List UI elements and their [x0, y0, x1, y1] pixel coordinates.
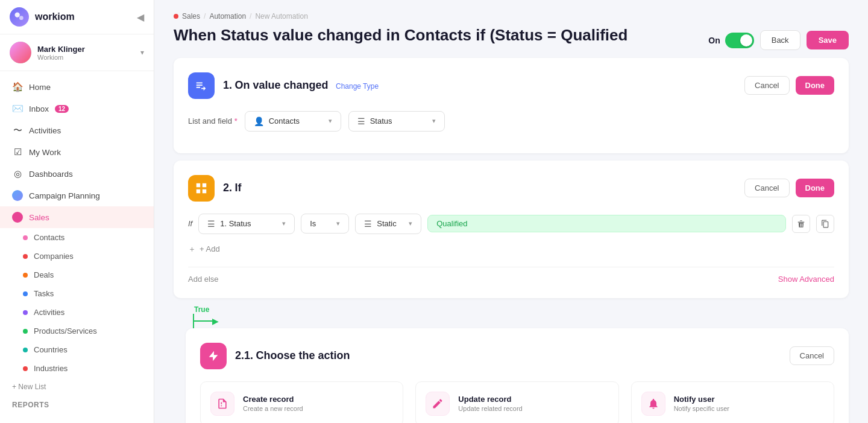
sales-icon: [12, 212, 23, 223]
notify-user-action[interactable]: Notify user Notify specific user: [631, 381, 834, 423]
delete-condition-button[interactable]: [792, 215, 810, 233]
mywork-icon: ☑: [12, 147, 23, 157]
sidebar-item-activities2[interactable]: Activities: [0, 303, 154, 322]
step2-actions: Cancel Done: [744, 179, 834, 197]
toggle-switch[interactable]: [725, 33, 754, 48]
breadcrumb-sep2: /: [250, 12, 251, 21]
countries-dot: [23, 348, 28, 352]
back-button[interactable]: Back: [760, 30, 800, 50]
sidebar-item-dashboards[interactable]: ◎ Dashboards: [0, 163, 154, 185]
create-record-icon: [210, 392, 234, 416]
step2-icon: [188, 175, 215, 202]
sidebar-item-label: Sales: [29, 213, 49, 222]
top-actions: On Back Save: [708, 30, 849, 50]
sidebar: workiom ◀ Mark Klinger Workiom ▾ 🏠 Home …: [0, 0, 154, 423]
step1-done-button[interactable]: Done: [796, 76, 835, 95]
type-select[interactable]: ☰ Static ▾: [355, 214, 421, 234]
create-record-desc: Create a new record: [243, 405, 303, 412]
nav-section: 🏠 Home ✉️ Inbox 12 〜 Activities ☑ My Wor…: [0, 71, 154, 419]
sidebar-item-label: My Work: [29, 148, 61, 157]
step1-cancel-button[interactable]: Cancel: [744, 76, 789, 95]
update-record-action[interactable]: Update record Update related record: [415, 381, 618, 423]
breadcrumb-sales[interactable]: Sales: [182, 12, 200, 21]
sidebar-item-label: Home: [29, 83, 51, 92]
status-select[interactable]: ☰ Status ▾: [348, 111, 445, 132]
user-company: Workiom: [37, 54, 134, 61]
industries-dot: [23, 366, 28, 371]
connector-line-area: True ▶: [193, 305, 219, 328]
companies-dot: [23, 254, 28, 259]
step2-card: 2. If Cancel Done If ☰ 1. Status ▾ Is ▾: [174, 161, 849, 298]
update-record-icon: [426, 392, 450, 416]
sidebar-sub-label: Companies: [34, 252, 74, 261]
show-advanced-button[interactable]: Show Advanced: [778, 275, 834, 284]
if-row: If ☰ 1. Status ▾ Is ▾ ☰ Static ▾ Qualifi…: [188, 214, 834, 234]
sidebar-item-mywork[interactable]: ☑ My Work: [0, 141, 154, 163]
sidebar-header: workiom ◀: [0, 0, 154, 34]
step2-cancel-button[interactable]: Cancel: [744, 179, 789, 197]
sidebar-item-companies[interactable]: Companies: [0, 247, 154, 266]
step21-card: 2.1. Choose the action Cancel Create rec…: [186, 328, 849, 423]
toggle-label: On: [708, 36, 720, 45]
step21-title: Choose the action: [256, 349, 350, 361]
brand-name: workiom: [35, 11, 75, 22]
sidebar-item-home[interactable]: 🏠 Home: [0, 76, 154, 98]
step1-actions: Cancel Done: [744, 76, 834, 95]
sidebar-item-countries[interactable]: Countries: [0, 340, 154, 359]
add-condition-button[interactable]: ＋ + Add: [188, 241, 834, 257]
condition-select[interactable]: Is ▾: [301, 214, 349, 234]
breadcrumb-automation[interactable]: Automation: [209, 12, 246, 21]
sidebar-item-inbox[interactable]: ✉️ Inbox 12: [0, 98, 154, 119]
step1-number: 1.: [223, 79, 232, 91]
breadcrumb: Sales / Automation / New Automation: [174, 12, 849, 21]
step21-actions: Cancel: [790, 346, 834, 365]
step21-cancel-button[interactable]: Cancel: [790, 346, 834, 365]
step2-done-button[interactable]: Done: [796, 179, 835, 197]
contacts-select[interactable]: 👤 Contacts ▾: [245, 111, 341, 132]
step2-header: 2. If Cancel Done: [188, 175, 834, 202]
svg-point-0: [15, 13, 20, 17]
sidebar-item-sales[interactable]: Sales: [0, 206, 154, 228]
collapse-button[interactable]: ◀: [137, 11, 144, 23]
type-value: Static: [377, 219, 397, 228]
breadcrumb-current: New Automation: [255, 12, 307, 21]
true-connector: True ▶: [174, 305, 849, 328]
new-list-button[interactable]: + New List: [0, 378, 154, 396]
save-button[interactable]: Save: [807, 31, 849, 49]
status-list-icon: ☰: [207, 219, 215, 229]
dashboards-icon: ◎: [12, 168, 23, 179]
notify-user-desc: Notify specific user: [674, 405, 729, 412]
sidebar-item-label: Activities: [29, 126, 61, 135]
create-record-action[interactable]: Create record Create a new record: [200, 381, 403, 423]
page-title: When Status value changed in Contacts if…: [174, 25, 627, 46]
user-section[interactable]: Mark Klinger Workiom ▾: [0, 34, 154, 71]
sidebar-sub-label: Industries: [34, 364, 68, 373]
status-select-value: Status: [370, 116, 392, 126]
sidebar-item-campaign[interactable]: Campaign Planning: [0, 185, 154, 206]
sidebar-item-deals[interactable]: Deals: [0, 266, 154, 284]
update-record-info: Update record Update related record: [458, 395, 522, 412]
type-icon: ☰: [364, 219, 372, 229]
reports-label: Reports: [0, 396, 154, 414]
sidebar-sub-label: Deals: [34, 270, 54, 279]
sidebar-item-activities[interactable]: 〜 Activities: [0, 119, 154, 141]
filter-value: Qualified: [427, 215, 786, 232]
true-label: True: [193, 305, 209, 314]
step2-title: If: [234, 182, 241, 194]
update-record-title: Update record: [458, 395, 522, 404]
sidebar-sub-label: Contacts: [34, 233, 64, 242]
copy-condition-button[interactable]: [816, 215, 834, 233]
status-select-icon: ☰: [357, 116, 365, 126]
sidebar-item-contacts[interactable]: Contacts: [0, 228, 154, 247]
inbox-badge: 12: [55, 105, 69, 113]
sidebar-item-industries[interactable]: Industries: [0, 359, 154, 378]
status-field-value: 1. Status: [220, 219, 251, 228]
sidebar-item-products[interactable]: Products/Services: [0, 322, 154, 340]
sidebar-item-label: Campaign Planning: [29, 191, 100, 200]
connector-horizontal-line: [194, 320, 212, 322]
change-type-link[interactable]: Change Type: [336, 82, 379, 91]
contacts-select-value: Contacts: [269, 116, 300, 126]
add-else-button[interactable]: Add else: [188, 275, 219, 284]
status-field-select[interactable]: ☰ 1. Status ▾: [198, 214, 295, 234]
sidebar-item-tasks[interactable]: Tasks: [0, 284, 154, 303]
